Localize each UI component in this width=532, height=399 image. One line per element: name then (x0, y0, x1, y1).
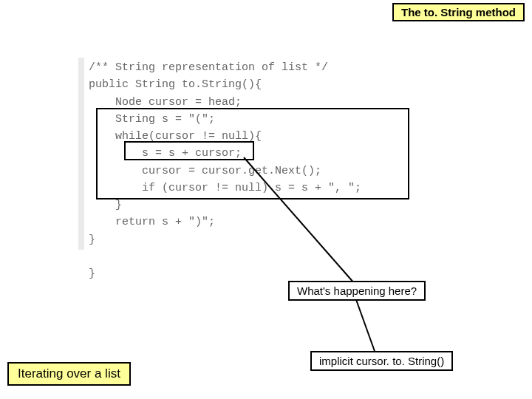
slide-title: The to. String method (392, 3, 525, 21)
callout-question: What's happening here? (288, 281, 426, 301)
callout-answer: implicit cursor. to. String() (310, 351, 453, 371)
code-gutter (78, 58, 84, 250)
svg-line-1 (355, 296, 375, 353)
slide-footer: Iterating over a list (7, 362, 131, 386)
code-listing: /** String representation of list */ pub… (89, 59, 361, 282)
